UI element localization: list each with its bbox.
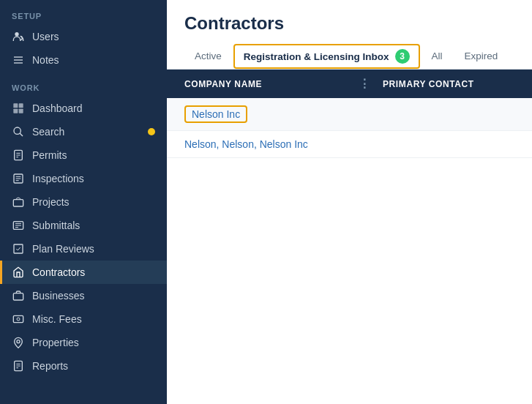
sidebar-item-submittals[interactable]: Submittals <box>0 214 167 237</box>
reports-icon <box>12 360 25 372</box>
contractors-icon <box>12 266 25 278</box>
column-options-icon[interactable]: ⋮ <box>353 77 377 91</box>
tabs-bar: Active Registration & Licensing Inbox 3 … <box>167 44 532 70</box>
projects-icon <box>12 196 25 208</box>
sidebar-item-inspections[interactable]: Inspections <box>0 167 167 190</box>
svg-point-26 <box>17 318 20 321</box>
users-icon <box>12 31 25 42</box>
sidebar-item-users[interactable]: Users <box>0 25 167 48</box>
sidebar-item-label: Submittals <box>32 220 155 231</box>
company-name-cell: Nelson, Nelson, Nelson Inc <box>184 138 383 150</box>
svg-point-0 <box>15 32 18 36</box>
permits-icon <box>12 149 25 161</box>
sidebar-item-projects[interactable]: Projects <box>0 190 167 214</box>
tab-active[interactable]: Active <box>184 45 232 69</box>
svg-rect-4 <box>13 103 18 108</box>
sidebar-item-label: Search <box>32 126 141 138</box>
svg-rect-23 <box>14 244 23 253</box>
svg-point-27 <box>17 340 20 343</box>
sidebar-item-label: Contractors <box>32 266 155 278</box>
plan-reviews-icon <box>12 243 25 255</box>
sidebar-item-label: Properties <box>32 337 155 348</box>
sidebar-item-label: Businesses <box>32 290 155 302</box>
tab-expired[interactable]: Expired <box>454 45 509 69</box>
sidebar-item-label: Dashboard <box>32 102 155 114</box>
tab-all[interactable]: All <box>422 45 453 69</box>
svg-rect-18 <box>13 200 23 206</box>
sidebar-item-businesses[interactable]: Businesses <box>0 284 167 307</box>
sidebar-item-label: Inspections <box>32 173 155 184</box>
column-primary-contact: PRIMARY CONTACT <box>383 79 514 89</box>
work-section-label: WORK <box>0 72 167 97</box>
sidebar-item-label: Misc. Fees <box>32 313 155 325</box>
sidebar-item-search[interactable]: Search <box>0 120 167 143</box>
businesses-icon <box>12 290 25 302</box>
sidebar-item-misc-fees[interactable]: Misc. Fees <box>0 307 167 331</box>
properties-icon <box>12 337 25 348</box>
main-content: Contractors Active Registration & Licens… <box>167 0 532 404</box>
tab-reg-inbox-label: Registration & Licensing Inbox <box>244 51 389 62</box>
svg-rect-5 <box>19 103 23 108</box>
sidebar-item-permits[interactable]: Permits <box>0 143 167 167</box>
sidebar-item-label: Permits <box>32 149 155 161</box>
svg-line-9 <box>20 133 23 136</box>
svg-rect-24 <box>13 293 23 300</box>
sidebar-item-properties[interactable]: Properties <box>0 331 167 354</box>
tab-reg-inbox[interactable]: Registration & Licensing Inbox 3 <box>233 44 420 69</box>
column-company-name: COMPANY NAME <box>184 79 347 89</box>
main-header: Contractors <box>167 0 532 44</box>
table-header: COMPANY NAME ⋮ PRIMARY CONTACT <box>167 70 532 98</box>
tab-reg-inbox-badge: 3 <box>395 49 410 64</box>
sidebar-item-reports[interactable]: Reports <box>0 354 167 378</box>
company-link-nelson-nelson[interactable]: Nelson, Nelson, Nelson Inc <box>184 138 308 150</box>
misc-fees-icon <box>12 313 25 325</box>
svg-rect-25 <box>13 315 23 322</box>
svg-rect-6 <box>13 109 18 113</box>
search-badge <box>148 128 155 135</box>
sidebar: SETUP Users Notes WORK Dashboard Search … <box>0 0 167 404</box>
sidebar-item-label: Plan Reviews <box>32 243 155 255</box>
svg-point-8 <box>14 127 20 134</box>
inspections-icon <box>12 173 25 184</box>
table-row: Nelson, Nelson, Nelson Inc <box>167 131 532 158</box>
sidebar-item-label: Notes <box>32 54 155 66</box>
sidebar-item-label: Projects <box>32 196 155 208</box>
table-row: Nelson Inc <box>167 98 532 131</box>
dashboard-icon <box>12 102 25 114</box>
search-icon <box>12 126 25 138</box>
sidebar-item-plan-reviews[interactable]: Plan Reviews <box>0 237 167 261</box>
sidebar-item-label: Reports <box>32 360 155 372</box>
svg-rect-7 <box>19 109 23 113</box>
company-name-cell: Nelson Inc <box>184 105 383 123</box>
sidebar-item-notes[interactable]: Notes <box>0 48 167 72</box>
contractors-table: COMPANY NAME ⋮ PRIMARY CONTACT Nelson In… <box>167 70 532 404</box>
sidebar-item-label: Users <box>32 31 155 42</box>
company-link-nelson-inc[interactable]: Nelson Inc <box>184 105 247 123</box>
sidebar-item-dashboard[interactable]: Dashboard <box>0 97 167 120</box>
submittals-icon <box>12 220 25 231</box>
setup-section-label: SETUP <box>0 0 167 25</box>
sidebar-item-contractors[interactable]: Contractors <box>0 261 167 284</box>
page-title: Contractors <box>184 13 514 34</box>
notes-icon <box>12 54 25 66</box>
